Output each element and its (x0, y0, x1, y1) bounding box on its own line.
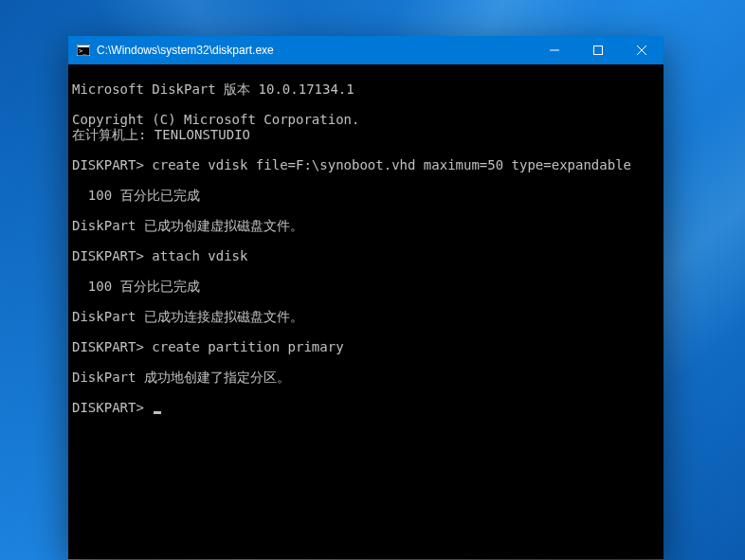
terminal-line (72, 172, 663, 188)
svg-rect-4 (594, 46, 603, 55)
svg-text:>_: >_ (79, 47, 87, 55)
terminal-line (72, 97, 663, 112)
minimize-button[interactable] (533, 36, 576, 64)
terminal-output[interactable]: Microsoft DiskPart 版本 10.0.17134.1Copyri… (68, 64, 663, 559)
terminal-line (72, 203, 663, 218)
close-button[interactable] (620, 36, 663, 64)
window-controls (533, 36, 663, 64)
titlebar[interactable]: >_ C:\Windows\system32\diskpart.exe (68, 36, 663, 64)
window-title: C:\Windows\system32\diskpart.exe (97, 44, 533, 57)
maximize-button[interactable] (576, 36, 620, 64)
terminal-line: DISKPART> (72, 400, 663, 415)
terminal-line: DiskPart 成功地创建了指定分区。 (72, 370, 663, 385)
terminal-line: Microsoft DiskPart 版本 10.0.17134.1 (72, 81, 663, 97)
terminal-line: DISKPART> create vdisk file=F:\synoboot.… (72, 157, 663, 172)
terminal-line: DiskPart 已成功创建虚拟磁盘文件。 (72, 218, 663, 233)
cursor (154, 411, 161, 414)
terminal-line: DiskPart 已成功连接虚拟磁盘文件。 (72, 309, 663, 324)
terminal-line (72, 142, 663, 157)
terminal-line (72, 294, 663, 309)
terminal-line: 100 百分比已完成 (72, 188, 663, 203)
terminal-line: 在计算机上: TENLONSTUDIO (72, 127, 663, 142)
terminal-line (72, 233, 663, 248)
terminal-line (72, 385, 663, 400)
terminal-line (72, 324, 663, 339)
terminal-line (72, 263, 663, 279)
terminal-line: Copyright (C) Microsoft Corporation. (72, 112, 663, 127)
terminal-line (72, 66, 663, 81)
terminal-line (72, 354, 663, 370)
console-window: >_ C:\Windows\system32\diskpart.exe Micr… (68, 36, 663, 559)
terminal-line: DISKPART> attach vdisk (72, 248, 663, 263)
terminal-line: 100 百分比已完成 (72, 279, 663, 294)
app-icon: >_ (76, 43, 91, 58)
terminal-line: DISKPART> create partition primary (72, 339, 663, 354)
